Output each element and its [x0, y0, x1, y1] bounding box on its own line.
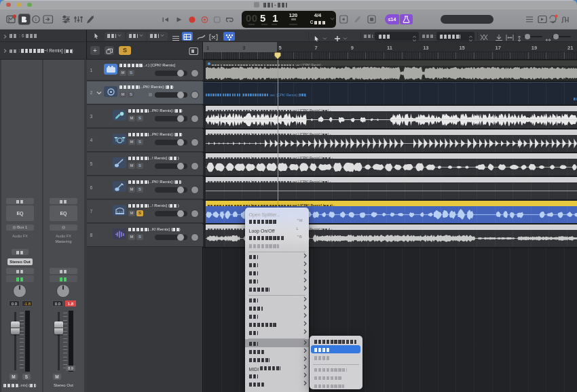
svg-text:i: i [35, 16, 37, 22]
